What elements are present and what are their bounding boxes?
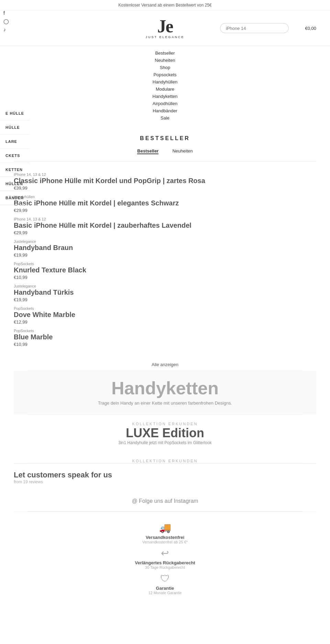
product-item-3: Justelegance Handyband Braun €19,99 [14, 239, 316, 258]
nav-handybander[interactable]: Handbänder [0, 107, 330, 114]
cart-amount[interactable]: €0,00 [305, 26, 316, 31]
main-content: BESTSELLER Bestseller Neuheiten iPhone 1… [0, 125, 330, 602]
footer-feature-2: 🛡 Garantie 12 Monate Garantie [148, 573, 182, 595]
product-category-5: Justelegance [14, 284, 316, 288]
product-item-0: iPhone 14, 13 & 12 Classic iPhone Hülle … [14, 172, 316, 191]
footer-feature-1: ↩ Verlängertes Rückgaberecht 30 Tage Rüc… [135, 547, 195, 569]
product-category-3: Justelegance [14, 239, 316, 244]
nav-handyketten[interactable]: Handyketten [0, 93, 330, 100]
feature-title-0: Versandkostenfrei [146, 535, 185, 540]
header: Je JUST ELEGANCE €0,00 [0, 11, 330, 46]
top-banner: Kostenloser Versand ab einem Bestellwert… [0, 0, 330, 11]
promo-subtitle: Trage dein Handy an einer Kette mit unse… [14, 398, 316, 411]
product-item-7: PopSockets Blue Marble €10,99 [14, 329, 316, 347]
nav-neuheiten[interactable]: Neuheiten [0, 57, 330, 64]
product-price-1: €29,99 [14, 208, 316, 213]
tab-bestseller[interactable]: Bestseller [137, 148, 158, 154]
product-category-1: Handyhüllen [14, 195, 316, 199]
sidebar-e-hulle[interactable]: E HÜLLE [0, 106, 30, 121]
product-price-7: €10,99 [14, 342, 316, 347]
nav-sale[interactable]: Sale [0, 114, 330, 122]
luxe-desc: 3in1 Handyhulle jetzt mit PopSockets im … [14, 440, 316, 452]
product-price-0: €39,99 [14, 185, 316, 191]
footer-feature-0: 🚚 Versandkostenfrei Versandkostenfrei ab… [142, 522, 188, 544]
product-price-2: €29,99 [14, 230, 316, 235]
nav-popsockets[interactable]: Popsockets [0, 71, 330, 78]
left-sidebar: E HÜLLE HÜLLE LARE CKETS KETTEN HÜLLEN B… [0, 106, 30, 205]
product-category-7: PopSockets [14, 329, 316, 333]
instagram-text: @ Folge uns auf Instagram [132, 498, 198, 504]
feature-desc-2: 12 Monate Garantie [148, 591, 182, 595]
search-input[interactable] [220, 23, 289, 33]
product-name-6[interactable]: Dove White Marble [14, 310, 316, 319]
instagram-section: @ Folge uns auf Instagram [14, 491, 316, 511]
product-price-5: €19,99 [14, 297, 316, 302]
product-item-6: PopSockets Dove White Marble €12,99 [14, 306, 316, 325]
sub-nav: Bestseller Neuheiten [14, 145, 316, 161]
product-category-6: PopSockets [14, 306, 316, 310]
kollektion2-label: KOLLEKTION ERKUNDEN [14, 452, 316, 463]
nav-modulare[interactable]: Modulare [0, 86, 330, 93]
reviews-section: Let customers speak for us from 19 revie… [14, 463, 316, 491]
sidebar-ketten[interactable]: KETTEN [0, 163, 30, 177]
product-name-5[interactable]: Handyband Türkis [14, 288, 316, 296]
product-name-0[interactable]: Classic iPhone Hülle mit Kordel und PopG… [14, 177, 316, 185]
feature-title-2: Garantie [156, 586, 174, 591]
feature-icon-2: 🛡 [160, 573, 170, 584]
nav-airpodhullen[interactable]: Airpodhüllen [0, 100, 330, 107]
logo-subtitle: JUST ELEGANCE [146, 35, 185, 39]
product-item-2: iPhone 14, 13 & 12 Basic iPhone Hülle mi… [14, 217, 316, 235]
feature-desc-1: 30 Tage Rückgaberecht [145, 565, 185, 569]
product-price-6: €12,99 [14, 319, 316, 325]
tab-neuheiten[interactable]: Neuheiten [172, 148, 192, 154]
kollektion-label: KOLLEKTION ERKUNDEN [14, 415, 316, 426]
logo[interactable]: Je JUST ELEGANCE [146, 18, 185, 39]
promo-title: Handyketten [14, 378, 316, 398]
product-price-4: €10,99 [14, 275, 316, 280]
nav-bestseller[interactable]: Bestseller [0, 49, 330, 57]
product-name-4[interactable]: Knurled Texture Black [14, 266, 316, 274]
main-nav: Bestseller Neuheiten Shop Popsockets Han… [0, 46, 330, 125]
sidebar-hullen[interactable]: HÜLLEN [0, 177, 30, 191]
search-bar [220, 23, 289, 33]
product-category-0: iPhone 14, 13 & 12 [14, 172, 316, 177]
show-all-link[interactable]: Alle anzeigen [14, 355, 316, 371]
feature-title-1: Verlängertes Rückgaberecht [135, 560, 195, 565]
logo-text: Je [157, 18, 173, 35]
sidebar-bander[interactable]: BÄNDER [0, 191, 30, 205]
product-name-2[interactable]: Basic iPhone Hülle mit Kordel | zauberha… [14, 221, 316, 229]
section-title-bestseller: BESTSELLER [14, 125, 316, 145]
luxe-title: LUXE Edition [14, 426, 316, 440]
footer-features: 🚚 Versandkostenfrei Versandkostenfrei ab… [14, 511, 316, 602]
banner-text: Kostenloser Versand ab einem Bestellwert… [118, 3, 212, 8]
nav-shop[interactable]: Shop [0, 64, 330, 71]
feature-icon-0: 🚚 [159, 522, 171, 533]
product-price-3: €19,99 [14, 252, 316, 258]
product-item-5: Justelegance Handyband Türkis €19,99 [14, 284, 316, 302]
product-list: iPhone 14, 13 & 12 Classic iPhone Hülle … [14, 161, 316, 355]
product-name-3[interactable]: Handyband Braun [14, 244, 316, 252]
reviews-sub: from 19 reviews [14, 479, 316, 484]
sidebar-lare[interactable]: LARE [0, 135, 30, 149]
product-category-4: PopSockets [14, 262, 316, 266]
feature-desc-0: Versandkostenfrei ab 25 €* [142, 540, 188, 544]
product-item-4: PopSockets Knurled Texture Black €10,99 [14, 262, 316, 280]
promo-section: Handyketten Trage dein Handy an einer Ke… [14, 371, 316, 415]
sidebar-hulle[interactable]: HÜLLE [0, 121, 30, 135]
product-name-7[interactable]: Blue Marble [14, 333, 316, 341]
product-category-2: iPhone 14, 13 & 12 [14, 217, 316, 221]
feature-icon-1: ↩ [161, 547, 169, 559]
product-name-1[interactable]: Basic iPhone Hülle mit Kordel | elegante… [14, 199, 316, 207]
product-item-1: Handyhüllen Basic iPhone Hülle mit Korde… [14, 195, 316, 213]
reviews-title: Let customers speak for us [14, 471, 316, 479]
sidebar-ckets[interactable]: CKETS [0, 149, 30, 163]
nav-handyhullen[interactable]: Handyhüllen [0, 78, 330, 86]
